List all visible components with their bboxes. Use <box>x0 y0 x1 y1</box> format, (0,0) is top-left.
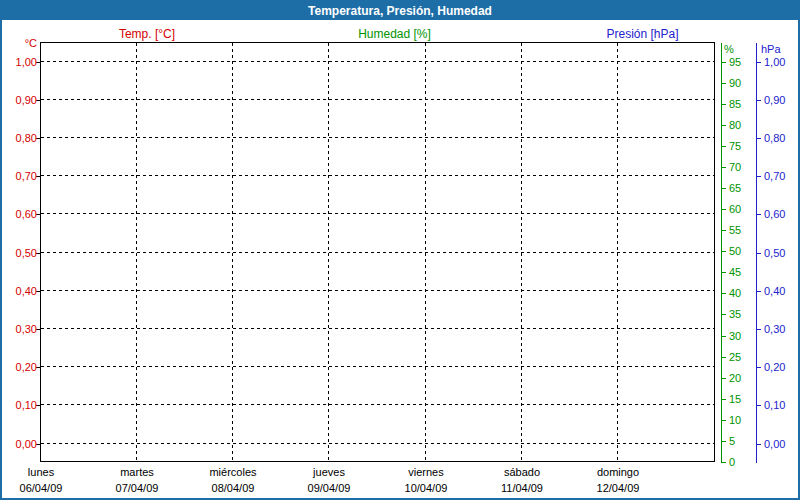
humidity-axis-tick <box>721 357 726 358</box>
temp-axis-tick-label: 0,00 <box>2 438 37 450</box>
humidity-axis-tick-label: 65 <box>729 182 741 194</box>
h-gridline <box>41 252 714 253</box>
pressure-axis-tick <box>756 405 761 406</box>
humidity-axis-unit: % <box>724 43 734 55</box>
h-gridline <box>41 328 714 329</box>
window-titlebar[interactable]: Temperatura, Presión, Humedad <box>2 2 798 20</box>
humidity-axis-tick <box>721 420 726 421</box>
x-axis-day-label: sábado <box>474 466 570 478</box>
humidity-axis-tick-label: 35 <box>729 308 741 320</box>
pressure-axis-unit: hPa <box>761 43 781 55</box>
humidity-axis-tick <box>721 125 726 126</box>
humidity-axis-tick-label: 90 <box>729 77 741 89</box>
humidity-axis-tick <box>721 83 726 84</box>
pressure-axis-tick-label: 1,00 <box>764 56 785 68</box>
x-axis-date-label: 10/04/09 <box>378 482 474 494</box>
window-title: Temperatura, Presión, Humedad <box>308 4 492 18</box>
temp-axis-tick-label: 0,50 <box>2 247 37 259</box>
legend-pressure-label: Presión [hPa] <box>580 28 705 41</box>
humidity-axis-tick-label: 0 <box>729 456 735 468</box>
humidity-axis-tick <box>721 462 726 463</box>
temp-axis-tick-label: 0,70 <box>2 170 37 182</box>
h-gridline <box>41 137 714 138</box>
humidity-axis-tick <box>721 293 726 294</box>
h-gridline <box>41 99 714 100</box>
h-gridline <box>41 404 714 405</box>
humidity-axis-tick-label: 80 <box>729 119 741 131</box>
pressure-axis-tick-label: 0,30 <box>764 323 785 335</box>
pressure-axis-tick-label: 0,40 <box>764 285 785 297</box>
x-axis-date-label: 09/04/09 <box>281 482 377 494</box>
humidity-axis-tick-label: 85 <box>729 98 741 110</box>
humidity-axis-tick <box>721 104 726 105</box>
pressure-axis-tick <box>756 253 761 254</box>
humidity-axis-tick-label: 10 <box>729 414 741 426</box>
humidity-axis-tick <box>721 62 726 63</box>
temp-axis-tick-label: 1,00 <box>2 56 37 68</box>
temp-axis-tick-label: 0,10 <box>2 399 37 411</box>
humidity-axis-tick <box>721 336 726 337</box>
humidity-axis-tick-label: 25 <box>729 351 741 363</box>
x-axis-date-label: 06/04/09 <box>0 482 89 494</box>
pressure-axis-tick-label: 0,70 <box>764 170 785 182</box>
h-gridline <box>41 213 714 214</box>
x-axis-day-label: jueves <box>281 466 377 478</box>
pressure-axis-tick-label: 0,20 <box>764 361 785 373</box>
humidity-axis-tick-label: 50 <box>729 245 741 257</box>
v-gridline <box>232 43 233 461</box>
x-axis-date-label: 08/04/09 <box>185 482 281 494</box>
legend-humidity-label: Humedad [%] <box>332 28 457 41</box>
pressure-axis-tick <box>756 176 761 177</box>
temp-axis-tick-label: 0,40 <box>2 285 37 297</box>
humidity-axis-tick <box>721 167 726 168</box>
pressure-axis-tick <box>756 62 761 63</box>
humidity-axis-tick <box>721 230 726 231</box>
h-gridline <box>41 290 714 291</box>
pressure-axis-tick-label: 0,90 <box>764 94 785 106</box>
humidity-axis-tick-label: 60 <box>729 203 741 215</box>
humidity-axis-tick <box>721 441 726 442</box>
humidity-axis-tick-label: 15 <box>729 393 741 405</box>
humidity-axis-tick <box>721 146 726 147</box>
pressure-axis-tick <box>756 329 761 330</box>
humidity-axis-tick <box>721 272 726 273</box>
temp-axis-unit: °C <box>2 37 37 49</box>
humidity-axis-tick-label: 55 <box>729 224 741 236</box>
pressure-axis-tick <box>756 291 761 292</box>
h-gridline <box>41 175 714 176</box>
humidity-axis-tick <box>721 314 726 315</box>
humidity-axis-tick-label: 40 <box>729 287 741 299</box>
v-gridline <box>617 43 618 461</box>
pressure-axis-tick <box>756 367 761 368</box>
x-axis-day-label: lunes <box>0 466 89 478</box>
chart-window: Temperatura, Presión, Humedad Temp. [°C]… <box>0 0 800 500</box>
h-gridline <box>41 366 714 367</box>
x-axis-day-label: miércoles <box>185 466 281 478</box>
pressure-axis-tick-label: 0,00 <box>764 438 785 450</box>
x-axis-day-label: martes <box>89 466 185 478</box>
x-axis-date-label: 07/04/09 <box>89 482 185 494</box>
temp-axis-tick-label: 0,20 <box>2 361 37 373</box>
pressure-axis-tick-label: 0,60 <box>764 208 785 220</box>
pressure-axis-tick <box>756 100 761 101</box>
temp-axis-tick-label: 0,60 <box>2 208 37 220</box>
humidity-axis-tick-label: 45 <box>729 266 741 278</box>
humidity-axis-tick-label: 5 <box>729 435 735 447</box>
humidity-axis-tick-label: 30 <box>729 330 741 342</box>
x-axis-date-label: 11/04/09 <box>474 482 570 494</box>
pressure-axis-tick <box>756 138 761 139</box>
temp-axis-tick-label: 0,90 <box>2 94 37 106</box>
temp-axis-tick-label: 0,30 <box>2 323 37 335</box>
humidity-axis-tick <box>721 378 726 379</box>
humidity-axis-tick <box>721 188 726 189</box>
x-axis-day-label: domingo <box>570 466 666 478</box>
v-gridline <box>521 43 522 461</box>
x-axis-date-label: 12/04/09 <box>570 482 666 494</box>
humidity-axis-tick-label: 70 <box>729 161 741 173</box>
pressure-axis-tick <box>756 214 761 215</box>
humidity-axis-tick <box>721 209 726 210</box>
temp-axis-tick-label: 0,80 <box>2 132 37 144</box>
humidity-axis-tick-label: 75 <box>729 140 741 152</box>
humidity-axis-tick <box>721 251 726 252</box>
pressure-axis-tick-label: 0,80 <box>764 132 785 144</box>
